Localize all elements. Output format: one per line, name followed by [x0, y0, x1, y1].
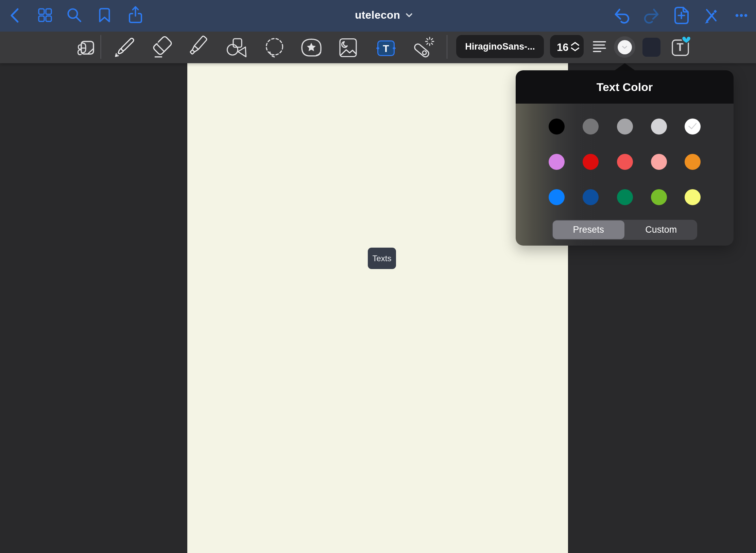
- svg-text:T: T: [676, 41, 683, 53]
- svg-text:T: T: [383, 43, 389, 54]
